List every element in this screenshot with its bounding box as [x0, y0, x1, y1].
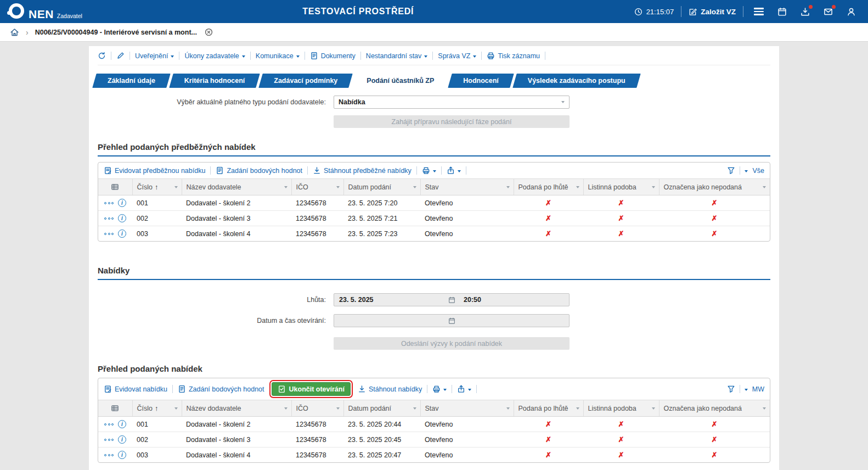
col-header-nazev-dodavatele[interactable]: Název dodavatele [182, 179, 291, 195]
row-menu-icon[interactable] [104, 423, 114, 426]
tab-vysledek-zadavaciho-postupu[interactable]: Výsledek zadávacího postupu [515, 74, 639, 88]
table-row[interactable]: i 001 Dodavatel - školení 2 12345678 23.… [98, 417, 770, 432]
col-header-stav[interactable]: Stav [420, 179, 514, 195]
menu-uverejneni[interactable]: Uveřejnění [135, 52, 174, 60]
print-button[interactable] [422, 166, 436, 175]
register-offer-button[interactable]: Evidovat nabídku [104, 385, 167, 393]
col-header-nazev-dodavatele[interactable]: Název dodavatele [182, 400, 291, 417]
nen-logo[interactable]: NEN Zadavatel [9, 3, 82, 20]
create-vz-button[interactable]: Založit VZ [689, 8, 736, 16]
opening-datetime-field[interactable] [334, 314, 570, 327]
enter-score-values-button[interactable]: Zadání bodových hodnot [216, 166, 302, 175]
downloads-icon[interactable] [801, 7, 810, 16]
col-header-stav[interactable]: Stav [420, 400, 514, 417]
cell-ico: 12345678 [291, 417, 343, 432]
row-menu-icon[interactable] [104, 217, 114, 220]
row-menu-icon[interactable] [104, 233, 114, 235]
info-icon[interactable]: i [118, 214, 126, 222]
chevron-down-icon [745, 170, 748, 172]
export-button[interactable] [447, 166, 461, 175]
table-row[interactable]: i 002 Dodavatel - školení 3 12345678 23.… [98, 432, 770, 447]
start-next-phase-button[interactable]: Zahájit přípravu následující fáze podání [334, 115, 570, 128]
export-button[interactable] [457, 385, 471, 393]
close-tab-icon[interactable] [205, 28, 213, 36]
calendar-icon[interactable] [444, 296, 459, 304]
end-opening-button[interactable]: Ukončit otevírání [272, 382, 351, 396]
print-button[interactable] [432, 385, 447, 393]
col-header-oznacena-jako-nepodana[interactable]: Označena jako nepodaná [659, 400, 770, 417]
menu-ukony-zadavatele[interactable]: Úkony zadavatele [184, 52, 245, 60]
menu-sprava-vz[interactable]: Správa VZ [438, 52, 476, 60]
chevron-down-icon [652, 407, 655, 410]
row-menu-icon[interactable] [104, 439, 114, 441]
view-filter-label[interactable]: Vše [752, 167, 764, 175]
col-header-cislo[interactable]: Číslo↑ [132, 179, 182, 195]
col-header-podana-po-lhute[interactable]: Podaná po lhůtě [514, 179, 583, 195]
col-header-ico[interactable]: IČO [291, 179, 343, 195]
table-row[interactable]: i 003 Dodavatel - školení 4 12345678 23.… [98, 226, 770, 242]
cell-status: Otevřeno [420, 447, 514, 463]
info-icon[interactable]: i [118, 451, 126, 459]
form-pencil-icon [104, 385, 112, 393]
col-header-listinna-podoba[interactable]: Listinná podoba [583, 179, 659, 195]
col-header-datum-podani[interactable]: Datum podání [343, 179, 420, 195]
cell-date: 23. 5. 2025 20:44 [343, 417, 420, 432]
column-settings-icon[interactable] [98, 400, 132, 417]
breadcrumb-item[interactable]: N006/25/V00004949 - Interiérové servisní… [35, 29, 197, 36]
info-icon[interactable]: i [118, 435, 126, 444]
view-filter-label[interactable]: MW [752, 385, 764, 393]
deadline-field[interactable]: 23. 5. 2025 20:50 [334, 293, 570, 306]
tab-kriteria-hodnoceni[interactable]: Kritéria hodnocení [171, 74, 258, 88]
menu-icon[interactable] [754, 8, 764, 15]
row-menu-icon[interactable] [104, 202, 114, 204]
cell-paper-flag: ✗ [583, 195, 659, 211]
info-icon[interactable]: i [118, 199, 126, 207]
col-header-listinna-podoba[interactable]: Listinná podoba [583, 400, 659, 417]
send-invitation-button[interactable]: Odeslání výzvy k podání nabídek [334, 337, 570, 350]
table-row[interactable]: i 001 Dodavatel - školení 2 12345678 23.… [98, 195, 770, 211]
prelim-offers-card: Evidovat předběžnou nabídku Zadání bodov… [98, 162, 770, 242]
filter-icon[interactable] [727, 166, 735, 175]
filter-icon[interactable] [727, 385, 735, 393]
edit-icon[interactable] [116, 52, 125, 60]
info-icon[interactable]: i [118, 420, 126, 428]
calendar-icon[interactable] [444, 317, 459, 324]
calendar-icon[interactable] [777, 7, 787, 16]
download-offers-button[interactable]: Stáhnout nabídky [358, 385, 422, 393]
column-settings-icon[interactable] [98, 179, 132, 195]
menu-nestandardni-stav[interactable]: Nestandardní stav [366, 52, 427, 60]
user-icon[interactable] [847, 7, 856, 16]
table-row[interactable]: i 002 Dodavatel - školení 3 12345678 23.… [98, 211, 770, 226]
tab-zadavaci-podminky[interactable]: Zadávací podmínky [261, 74, 351, 88]
menu-dokumenty[interactable]: Dokumenty [310, 52, 356, 60]
tab-hodnoceni[interactable]: Hodnocení [450, 74, 512, 88]
messages-icon[interactable] [824, 7, 833, 16]
chevron-down-icon [576, 407, 579, 410]
col-header-cislo[interactable]: Číslo↑ [132, 400, 182, 417]
table-row[interactable]: i 003 Dodavatel - školení 4 12345678 23.… [98, 447, 770, 463]
history-icon[interactable] [98, 52, 106, 60]
cell-not-submitted-flag: ✗ [659, 226, 770, 242]
cell-date: 23. 5. 2025 20:45 [343, 432, 420, 447]
row-menu-icon[interactable] [104, 454, 114, 456]
menu-komunikace[interactable]: Komunikace [256, 52, 300, 60]
deadline-date-value[interactable]: 23. 5. 2025 [334, 296, 444, 304]
divider [740, 166, 740, 175]
tab-podani-ucastniku-zp[interactable]: Podání účastníků ZP [353, 74, 447, 88]
tab-zakladni-udaje[interactable]: Základní údaje [94, 74, 168, 88]
col-header-oznacena-jako-nepodana[interactable]: Označena jako nepodaná [659, 179, 770, 195]
home-icon[interactable] [10, 27, 19, 37]
col-header-datum-podani[interactable]: Datum podání [343, 400, 420, 417]
col-header-podana-po-lhute[interactable]: Podaná po lhůtě [514, 400, 583, 417]
register-prelim-offer-button[interactable]: Evidovat předběžnou nabídku [104, 166, 205, 175]
info-icon[interactable]: i [118, 230, 126, 238]
record-toolbar: Uveřejnění Úkony zadavatele Komunikace D… [98, 46, 770, 65]
download-prelim-offers-button[interactable]: Stáhnout předběžné nabídky [313, 166, 412, 175]
chevron-down-icon [284, 186, 288, 188]
enter-score-values-button[interactable]: Zadání bodových hodnot [178, 385, 264, 393]
deadline-time-value[interactable]: 20:50 [459, 296, 569, 304]
submission-type-select[interactable]: Nabídka [334, 96, 570, 109]
col-header-ico[interactable]: IČO [291, 400, 343, 417]
divider [179, 52, 179, 60]
menu-tisk-zaznamu[interactable]: Tisk záznamu [487, 52, 540, 60]
